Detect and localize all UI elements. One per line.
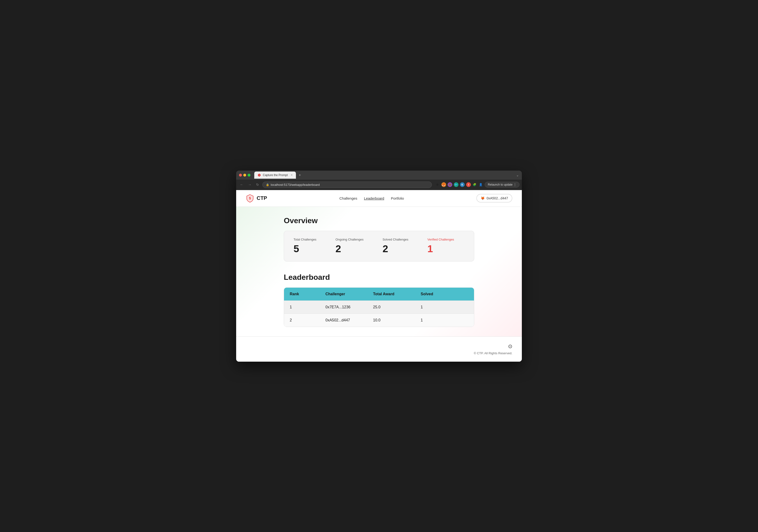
row2-challenger: 0xA502...d447: [326, 318, 373, 322]
row2-solved: 1: [421, 318, 468, 322]
stat-verified-label: Verified Challenges: [427, 238, 454, 241]
lock-icon: 🔒: [266, 183, 269, 186]
back-button[interactable]: ←: [239, 182, 245, 187]
close-button[interactable]: [239, 174, 242, 177]
tab-title: Capture the Prompt: [263, 174, 288, 177]
col-challenger: Challenger: [326, 292, 373, 296]
table-row: 1 0x7E7A...1236 25.0 1: [284, 301, 474, 314]
extension-icon-2[interactable]: 🦋: [448, 182, 452, 187]
stat-total-value: 5: [293, 243, 316, 254]
extension-icon-3[interactable]: 🐦: [454, 182, 459, 187]
row1-award: 25.0: [373, 305, 421, 309]
github-icon[interactable]: ⊙: [508, 343, 512, 349]
browser-actions: ☆ 🦊 🦋 🐦 K I 🧩 👤 Relaunch to update ⋮: [435, 182, 519, 187]
stat-ongoing-value: 2: [335, 243, 363, 254]
page-footer: ⊙ © CTP. All Rights Reserved.: [236, 336, 522, 362]
profile-icon[interactable]: 👤: [478, 182, 483, 187]
footer-copyright: © CTP. All Rights Reserved.: [474, 351, 512, 355]
forward-button[interactable]: →: [247, 182, 253, 187]
browser-tab[interactable]: ! Capture the Prompt ✕: [254, 172, 296, 179]
main-content: Overview Total Challenges 5 Ongoing Chal…: [236, 207, 522, 336]
traffic-lights: [239, 174, 251, 177]
leaderboard-table: Rank Challenger Total Award Solved 1 0x7…: [284, 287, 474, 327]
stat-total-challenges: Total Challenges 5: [293, 238, 316, 254]
minimize-button[interactable]: [243, 174, 246, 177]
stat-verified-value: 1: [427, 243, 454, 254]
tab-close-icon[interactable]: ✕: [291, 174, 293, 176]
maximize-button[interactable]: [248, 174, 251, 177]
svg-text:!: !: [259, 174, 259, 176]
metamask-icon: 🦊: [481, 196, 485, 200]
new-tab-button[interactable]: +: [297, 173, 302, 177]
browser-window: ! Capture the Prompt ✕ + ⌄ ← → ↻ 🔒 local…: [236, 171, 522, 362]
title-bar: ! Capture the Prompt ✕ + ⌄: [236, 171, 522, 180]
logo-shield-icon: $: [246, 194, 254, 203]
col-rank: Rank: [290, 292, 326, 296]
stat-total-label: Total Challenges: [293, 238, 316, 241]
row2-award: 10.0: [373, 318, 421, 322]
table-row: 2 0xA502...d447 10.0 1: [284, 314, 474, 327]
tab-area: ! Capture the Prompt ✕ + ⌄: [254, 172, 519, 179]
nav-links: Challenges Leaderboard Portfolio: [339, 196, 404, 200]
page-content: $ CTP Challenges Leaderboard Portfolio 🦊…: [236, 190, 522, 362]
address-bar: ← → ↻ 🔒 localhost:5173/webapp/leaderboar…: [236, 180, 522, 190]
url-text: localhost:5173/webapp/leaderboard: [271, 183, 320, 186]
col-total-award: Total Award: [373, 292, 421, 296]
app-logo: $ CTP: [246, 194, 267, 203]
relaunch-menu-icon: ⋮: [513, 183, 516, 186]
nav-challenges[interactable]: Challenges: [339, 196, 357, 200]
stat-solved-challenges: Solved Challenges 2: [383, 238, 408, 254]
app-navbar: $ CTP Challenges Leaderboard Portfolio 🦊…: [236, 190, 522, 207]
extensions-icon[interactable]: 🧩: [472, 182, 477, 187]
table-header: Rank Challenger Total Award Solved: [284, 288, 474, 301]
col-solved: Solved: [421, 292, 468, 296]
extension-icon-5[interactable]: I: [466, 182, 471, 187]
stat-ongoing-challenges: Ongoing Challenges 2: [335, 238, 363, 254]
row1-solved: 1: [421, 305, 468, 309]
tab-favicon-icon: !: [258, 174, 261, 177]
logo-text: CTP: [257, 195, 267, 201]
stats-card: Total Challenges 5 Ongoing Challenges 2 …: [284, 231, 474, 261]
extension-icon-1[interactable]: 🦊: [441, 182, 446, 187]
nav-leaderboard[interactable]: Leaderboard: [364, 196, 384, 200]
extension-icon-4[interactable]: K: [460, 182, 465, 187]
wallet-button[interactable]: 🦊 0xA502...d447: [476, 194, 512, 203]
svg-text:$: $: [249, 196, 251, 200]
leaderboard-title: Leaderboard: [284, 273, 474, 282]
stat-ongoing-label: Ongoing Challenges: [335, 238, 363, 241]
url-bar[interactable]: 🔒 localhost:5173/webapp/leaderboard: [262, 182, 432, 188]
relaunch-label: Relaunch to update: [488, 183, 513, 186]
wallet-address: 0xA502...d447: [487, 196, 508, 200]
row1-challenger: 0x7E7A...1236: [326, 305, 373, 309]
row1-rank: 1: [290, 305, 326, 309]
expand-icon[interactable]: ⌄: [516, 173, 519, 177]
relaunch-button[interactable]: Relaunch to update ⋮: [485, 182, 519, 187]
nav-portfolio[interactable]: Portfolio: [391, 196, 404, 200]
stat-solved-label: Solved Challenges: [383, 238, 408, 241]
refresh-button[interactable]: ↻: [255, 182, 260, 187]
overview-title: Overview: [284, 216, 474, 225]
row2-rank: 2: [290, 318, 326, 322]
bookmark-icon[interactable]: ☆: [435, 182, 440, 187]
stat-solved-value: 2: [383, 243, 408, 254]
stat-verified-challenges: Verified Challenges 1: [427, 238, 454, 254]
